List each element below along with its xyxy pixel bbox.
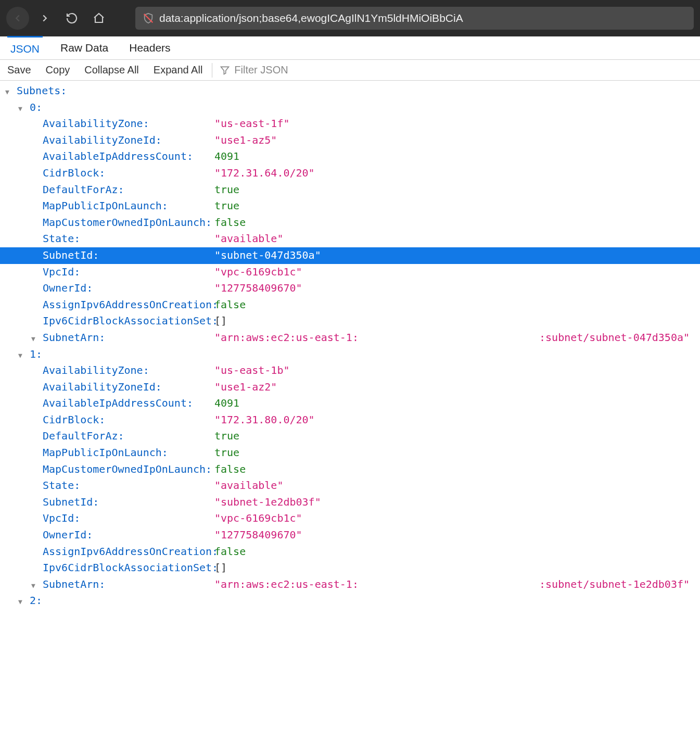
json-prop[interactable]: ▼ SubnetArn: "arn:aws:ec2:us-east-1: :su…	[0, 330, 700, 346]
json-node-index-2[interactable]: ▼ 2:	[0, 593, 700, 609]
forward-button[interactable]	[33, 7, 56, 30]
tab-json[interactable]: JSON	[7, 36, 43, 59]
json-prop[interactable]: State:"available"	[0, 231, 700, 247]
copy-button[interactable]: Copy	[39, 60, 78, 80]
json-prop[interactable]: CidrBlock:"172.31.64.0/20"	[0, 165, 700, 182]
json-prop-selected[interactable]: SubnetId:"subnet-047d350a"	[0, 247, 700, 264]
url-bar[interactable]: data:application/json;base64,ewogICAgIlN…	[135, 7, 694, 30]
browser-toolbar: data:application/json;base64,ewogICAgIlN…	[0, 0, 700, 36]
json-toolbar: Save Copy Collapse All Expand All	[0, 60, 700, 81]
json-node-subnets[interactable]: ▼ Subnets:	[0, 83, 700, 99]
toolbar-separator	[212, 63, 212, 78]
tab-raw-data[interactable]: Raw Data	[57, 36, 111, 59]
json-node-index-1[interactable]: ▼ 1:	[0, 346, 700, 363]
chevron-down-icon[interactable]: ▼	[5, 87, 15, 98]
home-button[interactable]	[87, 7, 110, 30]
chevron-down-icon[interactable]: ▼	[31, 581, 41, 592]
json-prop[interactable]: AssignIpv6AddressOnCreation:false	[0, 544, 700, 560]
reload-button[interactable]	[60, 7, 83, 30]
json-prop[interactable]: MapCustomerOwnedIpOnLaunch:false	[0, 461, 700, 478]
chevron-down-icon[interactable]: ▼	[31, 334, 41, 345]
json-prop[interactable]: OwnerId:"127758409670"	[0, 527, 700, 544]
json-prop[interactable]: State:"available"	[0, 477, 700, 494]
json-prop[interactable]: AvailabilityZone:"us-east-1f"	[0, 116, 700, 132]
json-prop[interactable]: DefaultForAz:true	[0, 428, 700, 445]
url-text: data:application/json;base64,ewogICAgIlN…	[159, 12, 463, 24]
json-prop[interactable]: AssignIpv6AddressOnCreation:false	[0, 297, 700, 313]
filter-input[interactable]	[234, 64, 338, 76]
filter-box	[214, 64, 343, 76]
json-prop[interactable]: SubnetId:"subnet-1e2db03f"	[0, 494, 700, 511]
json-viewer: ▼ Subnets: ▼ 0: AvailabilityZone:"us-eas…	[0, 81, 700, 611]
json-prop[interactable]: CidrBlock:"172.31.80.0/20"	[0, 412, 700, 429]
json-prop[interactable]: Ipv6CidrBlockAssociationSet:[]	[0, 560, 700, 576]
json-prop[interactable]: MapPublicIpOnLaunch:true	[0, 445, 700, 461]
json-prop[interactable]: DefaultForAz:true	[0, 182, 700, 198]
collapse-all-button[interactable]: Collapse All	[77, 60, 146, 80]
expand-all-button[interactable]: Expand All	[146, 60, 210, 80]
save-button[interactable]: Save	[0, 60, 39, 80]
json-prop[interactable]: VpcId:"vpc-6169cb1c"	[0, 264, 700, 281]
chevron-down-icon[interactable]: ▼	[18, 104, 28, 115]
json-node-index-0[interactable]: ▼ 0:	[0, 99, 700, 116]
json-prop[interactable]: Ipv6CidrBlockAssociationSet:[]	[0, 313, 700, 330]
tab-headers[interactable]: Headers	[126, 36, 173, 59]
json-prop[interactable]: AvailableIpAddressCount:4091	[0, 148, 700, 165]
viewer-tabs: JSON Raw Data Headers	[0, 36, 700, 60]
funnel-icon	[220, 65, 230, 76]
back-button[interactable]	[6, 7, 29, 30]
shield-slash-icon	[143, 12, 154, 24]
json-prop[interactable]: AvailableIpAddressCount:4091	[0, 395, 700, 412]
json-prop[interactable]: AvailabilityZone:"us-east-1b"	[0, 362, 700, 379]
chevron-down-icon[interactable]: ▼	[18, 597, 28, 608]
json-prop[interactable]: AvailabilityZoneId:"use1-az5"	[0, 132, 700, 149]
json-prop[interactable]: MapCustomerOwnedIpOnLaunch:false	[0, 215, 700, 231]
json-prop[interactable]: MapPublicIpOnLaunch:true	[0, 198, 700, 215]
json-prop[interactable]: ▼ SubnetArn: "arn:aws:ec2:us-east-1: :su…	[0, 576, 700, 593]
json-prop[interactable]: OwnerId:"127758409670"	[0, 280, 700, 297]
chevron-down-icon[interactable]: ▼	[18, 350, 28, 361]
json-prop[interactable]: VpcId:"vpc-6169cb1c"	[0, 510, 700, 527]
json-prop[interactable]: AvailabilityZoneId:"use1-az2"	[0, 379, 700, 396]
